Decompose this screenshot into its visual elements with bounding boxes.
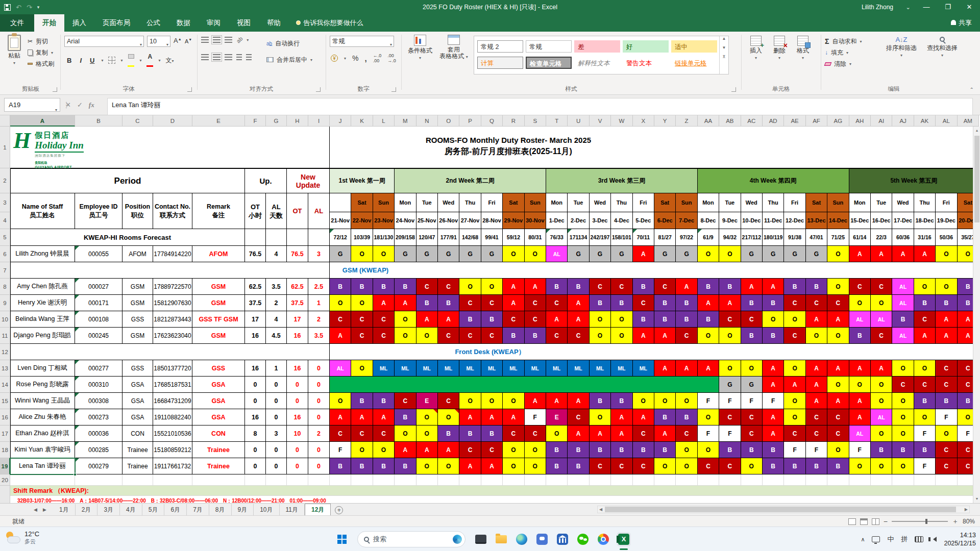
staff-id[interactable]: 000279 [75, 458, 122, 474]
touch-keyboard-icon[interactable] [915, 536, 923, 542]
staff-name[interactable]: Alice Zhu 朱春艳 [10, 409, 75, 425]
shift-cell[interactable]: O [633, 393, 654, 409]
cell-style-适中[interactable]: 适中 [671, 40, 717, 53]
shift-cell[interactable]: A [503, 279, 524, 295]
shift-cell[interactable]: A [459, 409, 481, 425]
orientation-icon[interactable]: ab [235, 35, 244, 44]
shift-cell[interactable]: C [741, 425, 763, 442]
staff-position[interactable]: GSS [122, 311, 153, 328]
shift-cell[interactable] [330, 377, 351, 393]
fill-button[interactable]: ↓填充 ▾ [825, 47, 862, 58]
conditional-formatting-button[interactable]: 条件格式▾ [405, 35, 435, 61]
shift-cell[interactable]: AL [892, 295, 914, 311]
staff-remark[interactable]: GSA [192, 393, 245, 409]
shift-cell[interactable]: O [719, 246, 741, 262]
shift-cell[interactable]: ML [611, 360, 632, 377]
column-header-AG[interactable]: AG [827, 115, 849, 127]
ribbon-tab-5[interactable]: 数据 [168, 14, 199, 32]
row-header-16[interactable]: 16 [0, 409, 10, 425]
sheet-tab-5月[interactable]: 5月 [142, 504, 165, 516]
decrease-decimal-icon[interactable]: .00→.0 [387, 53, 396, 63]
staff-al-new[interactable]: 1 [308, 295, 330, 311]
shift-cell[interactable]: B [676, 295, 697, 311]
staff-contact[interactable]: 15180859212 [153, 442, 192, 458]
staff-contact[interactable]: 19117661732 [153, 458, 192, 474]
shift-cell[interactable]: A [936, 328, 957, 344]
vertical-scrollbar[interactable]: ▲ ▼ [973, 127, 980, 503]
shift-cell[interactable]: B [568, 442, 589, 458]
ribbon-tab-8[interactable]: 帮助 [259, 14, 289, 32]
staff-remark[interactable]: GSM [192, 328, 245, 344]
shift-cell[interactable]: B [330, 458, 351, 474]
shift-cell[interactable]: B [936, 295, 957, 311]
staff-al-new[interactable]: 3 [308, 246, 330, 262]
shift-cell[interactable]: O [784, 311, 805, 328]
staff-al[interactable]: 3 [266, 425, 287, 442]
shift-cell[interactable]: C [330, 311, 351, 328]
prev-sheet-icon[interactable]: ◀ [34, 504, 37, 516]
clock[interactable]: 14:13 2025/12/15 [944, 531, 976, 547]
shift-cell[interactable]: A [806, 377, 827, 393]
shift-cell[interactable]: C [936, 458, 957, 474]
row-header-13[interactable]: 13 [0, 360, 10, 377]
shift-cell[interactable]: A [763, 279, 784, 295]
column-header-Q[interactable]: Q [481, 115, 503, 127]
shift-cell[interactable]: B [806, 279, 827, 295]
find-select-button[interactable]: 查找和选择▾ [923, 36, 962, 59]
shift-cell[interactable]: C [936, 442, 957, 458]
staff-contact[interactable]: 16684731209 [153, 393, 192, 409]
sheet-tab-3月[interactable]: 3月 [97, 504, 120, 516]
shift-cell[interactable]: B [741, 328, 763, 344]
shift-cell[interactable]: A [568, 425, 589, 442]
shift-cell[interactable]: C [481, 442, 503, 458]
staff-ot-new[interactable]: 17 [287, 311, 308, 328]
shift-cell[interactable]: A [416, 442, 438, 458]
increase-indent-icon[interactable] [246, 54, 252, 60]
column-header-AC[interactable]: AC [741, 115, 763, 127]
shift-cell[interactable]: G [806, 246, 827, 262]
shift-cell[interactable]: B [611, 442, 632, 458]
shift-cell[interactable]: ML [633, 360, 654, 377]
zoom-slider-thumb[interactable] [925, 519, 927, 524]
staff-contact[interactable]: 17685187531 [153, 377, 192, 393]
shift-cell[interactable]: A [546, 393, 568, 409]
shift-cell[interactable]: O [525, 246, 546, 262]
shift-cell[interactable]: O [871, 393, 892, 409]
shift-cell[interactable]: A [416, 311, 438, 328]
row-header-10[interactable]: 10 [0, 311, 10, 328]
cell-style-警告文本[interactable]: 警告文本 [623, 57, 669, 69]
shift-cell[interactable]: A [568, 393, 589, 409]
shift-cell[interactable]: A [395, 295, 416, 311]
staff-name[interactable]: Rose Peng 彭晓露 [10, 377, 75, 393]
shift-cell[interactable]: ML [373, 360, 395, 377]
shift-cell[interactable]: C [849, 279, 871, 295]
sheet-tab-10月[interactable]: 10月 [254, 504, 279, 516]
shift-cell[interactable]: B [633, 442, 654, 458]
borders-icon[interactable] [108, 57, 115, 64]
shift-cell[interactable]: B [654, 442, 676, 458]
staff-contact[interactable]: 19110882240 [153, 409, 192, 425]
shift-cell[interactable]: A [351, 409, 373, 425]
shift-cell[interactable]: G [438, 246, 459, 262]
shift-cell[interactable]: O [827, 246, 849, 262]
shift-cell[interactable]: A [330, 328, 351, 344]
shift-cell[interactable] [395, 377, 416, 393]
shift-cell[interactable] [416, 377, 438, 393]
shift-cell[interactable]: B [892, 442, 914, 458]
shift-cell[interactable] [698, 377, 719, 393]
shift-cell[interactable]: G [654, 246, 676, 262]
phonetic-guide-icon[interactable]: 文▾ [165, 56, 174, 65]
shift-cell[interactable]: A [719, 295, 741, 311]
shift-cell[interactable]: C [676, 328, 697, 344]
staff-al-new[interactable]: 2.5 [308, 279, 330, 295]
row-header-1[interactable]: 1 [0, 127, 10, 168]
shift-cell[interactable]: C [590, 279, 611, 295]
shift-cell[interactable]: O [698, 442, 719, 458]
staff-contact[interactable]: 15521010536 [153, 425, 192, 442]
shift-cell[interactable]: B [395, 279, 416, 295]
shift-cell[interactable]: F [525, 409, 546, 425]
column-header-AI[interactable]: AI [871, 115, 892, 127]
shift-cell[interactable]: B [568, 458, 589, 474]
shift-cell[interactable]: O [438, 458, 459, 474]
font-dialog-launcher-icon[interactable] [187, 87, 192, 92]
